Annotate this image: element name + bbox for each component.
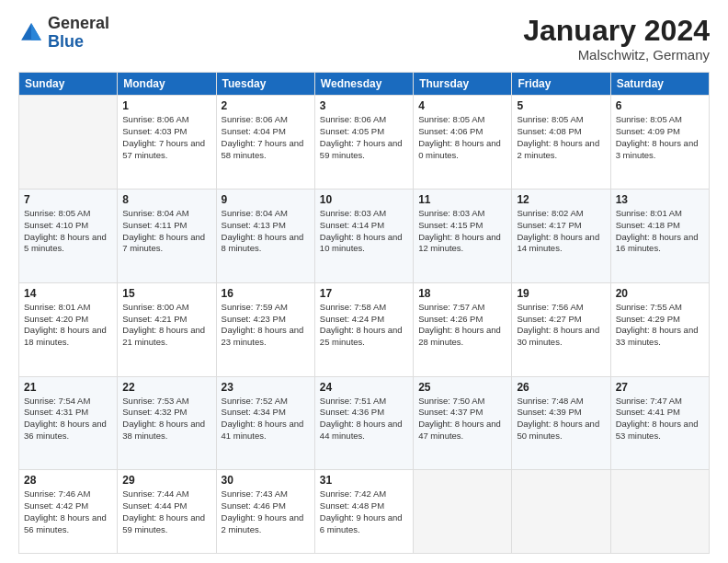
sunset-text: Sunset: 4:03 PM	[122, 126, 187, 136]
cell-details: Sunrise: 8:01 AMSunset: 4:20 PMDaylight:…	[24, 302, 112, 349]
day-number: 12	[517, 193, 605, 206]
daylight-text: Daylight: 8 hours and 59 minutes.	[122, 512, 205, 534]
calendar-cell: 29Sunrise: 7:44 AMSunset: 4:44 PMDayligh…	[118, 470, 216, 554]
sunset-text: Sunset: 4:05 PM	[320, 126, 384, 136]
sunrise-text: Sunrise: 8:05 AM	[616, 114, 682, 124]
calendar-cell: 5Sunrise: 8:05 AMSunset: 4:08 PMDaylight…	[512, 96, 610, 190]
title-month: January 2024	[523, 15, 710, 47]
sunrise-text: Sunrise: 7:42 AM	[320, 488, 386, 499]
calendar-table: SundayMondayTuesdayWednesdayThursdayFrid…	[18, 72, 710, 554]
sunrise-text: Sunrise: 7:43 AM	[222, 488, 288, 499]
calendar-cell	[610, 470, 709, 554]
sunrise-text: Sunrise: 7:51 AM	[320, 396, 386, 406]
sunset-text: Sunset: 4:48 PM	[320, 500, 384, 511]
daylight-text: Daylight: 8 hours and 3 minutes.	[616, 138, 699, 160]
cell-details: Sunrise: 8:00 AMSunset: 4:21 PMDaylight:…	[122, 302, 210, 349]
daylight-text: Daylight: 8 hours and 38 minutes.	[122, 419, 205, 441]
calendar-row-1: 7Sunrise: 8:05 AMSunset: 4:10 PMDaylight…	[19, 190, 710, 283]
sunrise-text: Sunrise: 7:50 AM	[418, 396, 484, 406]
sunrise-text: Sunrise: 8:03 AM	[418, 208, 484, 218]
weekday-header-friday: Friday	[512, 73, 610, 96]
sunset-text: Sunset: 4:17 PM	[517, 220, 581, 230]
calendar-cell: 27Sunrise: 7:47 AMSunset: 4:41 PMDayligh…	[610, 376, 709, 470]
daylight-text: Daylight: 8 hours and 56 minutes.	[24, 512, 107, 534]
daylight-text: Daylight: 8 hours and 18 minutes.	[24, 325, 107, 347]
calendar-cell: 19Sunrise: 7:56 AMSunset: 4:27 PMDayligh…	[512, 282, 610, 376]
sunrise-text: Sunrise: 7:57 AM	[418, 302, 484, 312]
sunrise-text: Sunrise: 7:55 AM	[616, 302, 682, 312]
daylight-text: Daylight: 8 hours and 8 minutes.	[222, 232, 304, 254]
daylight-text: Daylight: 8 hours and 30 minutes.	[517, 325, 599, 347]
day-number: 3	[320, 99, 408, 112]
sunrise-text: Sunrise: 8:04 AM	[122, 208, 188, 218]
daylight-text: Daylight: 8 hours and 5 minutes.	[24, 232, 107, 254]
calendar-cell: 25Sunrise: 7:50 AMSunset: 4:37 PMDayligh…	[414, 376, 512, 470]
logo: General Blue	[18, 15, 109, 52]
day-number: 7	[24, 193, 112, 206]
day-number: 20	[616, 287, 704, 300]
title-block: January 2024 Malschwitz, Germany	[523, 15, 710, 63]
sunset-text: Sunset: 4:31 PM	[24, 407, 88, 417]
sunrise-text: Sunrise: 7:56 AM	[517, 302, 583, 312]
cell-details: Sunrise: 7:59 AMSunset: 4:23 PMDaylight:…	[222, 302, 310, 349]
calendar-cell: 8Sunrise: 8:04 AMSunset: 4:11 PMDaylight…	[118, 190, 216, 283]
daylight-text: Daylight: 8 hours and 33 minutes.	[616, 325, 699, 347]
day-number: 25	[418, 381, 506, 394]
cell-details: Sunrise: 7:48 AMSunset: 4:39 PMDaylight:…	[517, 396, 605, 442]
sunrise-text: Sunrise: 8:06 AM	[320, 114, 386, 124]
calendar-cell: 12Sunrise: 8:02 AMSunset: 4:17 PMDayligh…	[512, 190, 610, 283]
cell-details: Sunrise: 8:06 AMSunset: 4:03 PMDaylight:…	[122, 114, 210, 161]
calendar-cell: 10Sunrise: 8:03 AMSunset: 4:14 PMDayligh…	[314, 190, 413, 283]
calendar-row-4: 28Sunrise: 7:46 AMSunset: 4:42 PMDayligh…	[19, 470, 710, 554]
logo-general: General	[48, 14, 109, 32]
sunset-text: Sunset: 4:37 PM	[418, 407, 483, 417]
daylight-text: Daylight: 8 hours and 2 minutes.	[517, 138, 599, 160]
sunrise-text: Sunrise: 7:47 AM	[616, 396, 682, 406]
cell-details: Sunrise: 8:03 AMSunset: 4:15 PMDaylight:…	[418, 208, 506, 255]
cell-details: Sunrise: 7:56 AMSunset: 4:27 PMDaylight:…	[517, 302, 605, 349]
weekday-header-sunday: Sunday	[19, 73, 118, 96]
sunrise-text: Sunrise: 8:06 AM	[122, 114, 188, 124]
sunrise-text: Sunrise: 8:04 AM	[222, 208, 288, 218]
cell-details: Sunrise: 8:01 AMSunset: 4:18 PMDaylight:…	[616, 208, 704, 255]
sunrise-text: Sunrise: 8:00 AM	[122, 302, 188, 312]
day-number: 24	[320, 381, 408, 394]
sunset-text: Sunset: 4:24 PM	[320, 314, 384, 324]
day-number: 15	[122, 287, 210, 300]
sunset-text: Sunset: 4:26 PM	[418, 314, 483, 324]
sunrise-text: Sunrise: 7:52 AM	[222, 396, 288, 406]
calendar-cell: 23Sunrise: 7:52 AMSunset: 4:34 PMDayligh…	[216, 376, 314, 470]
day-number: 30	[222, 474, 310, 487]
daylight-text: Daylight: 7 hours and 57 minutes.	[122, 138, 205, 160]
cell-details: Sunrise: 7:54 AMSunset: 4:31 PMDaylight:…	[24, 396, 112, 442]
daylight-text: Daylight: 8 hours and 44 minutes.	[320, 419, 403, 441]
daylight-text: Daylight: 8 hours and 47 minutes.	[418, 419, 501, 441]
daylight-text: Daylight: 8 hours and 23 minutes.	[222, 325, 304, 347]
calendar-cell: 7Sunrise: 8:05 AMSunset: 4:10 PMDaylight…	[19, 190, 118, 283]
sunrise-text: Sunrise: 8:02 AM	[517, 208, 583, 218]
daylight-text: Daylight: 8 hours and 16 minutes.	[616, 232, 699, 254]
sunrise-text: Sunrise: 7:48 AM	[517, 396, 583, 406]
sunrise-text: Sunrise: 8:05 AM	[418, 114, 484, 124]
logo-blue: Blue	[48, 32, 84, 51]
day-number: 9	[222, 193, 310, 206]
calendar-cell: 22Sunrise: 7:53 AMSunset: 4:32 PMDayligh…	[118, 376, 216, 470]
cell-details: Sunrise: 7:43 AMSunset: 4:46 PMDaylight:…	[222, 488, 310, 535]
sunrise-text: Sunrise: 7:59 AM	[222, 302, 288, 312]
sunrise-text: Sunrise: 7:53 AM	[122, 396, 188, 406]
cell-details: Sunrise: 8:04 AMSunset: 4:11 PMDaylight:…	[122, 208, 210, 255]
sunset-text: Sunset: 4:21 PM	[122, 314, 187, 324]
calendar-row-2: 14Sunrise: 8:01 AMSunset: 4:20 PMDayligh…	[19, 282, 710, 376]
sunset-text: Sunset: 4:39 PM	[517, 407, 581, 417]
calendar-row-0: 1Sunrise: 8:06 AMSunset: 4:03 PMDaylight…	[19, 96, 710, 190]
sunset-text: Sunset: 4:32 PM	[122, 407, 187, 417]
calendar-cell: 31Sunrise: 7:42 AMSunset: 4:48 PMDayligh…	[314, 470, 413, 554]
cell-details: Sunrise: 8:06 AMSunset: 4:05 PMDaylight:…	[320, 114, 408, 161]
day-number: 8	[122, 193, 210, 206]
logo-text: General Blue	[48, 15, 109, 52]
daylight-text: Daylight: 7 hours and 58 minutes.	[222, 138, 304, 160]
sunset-text: Sunset: 4:46 PM	[222, 500, 286, 511]
sunset-text: Sunset: 4:44 PM	[122, 500, 187, 511]
sunset-text: Sunset: 4:36 PM	[320, 407, 384, 417]
calendar-cell: 2Sunrise: 8:06 AMSunset: 4:04 PMDaylight…	[216, 96, 314, 190]
